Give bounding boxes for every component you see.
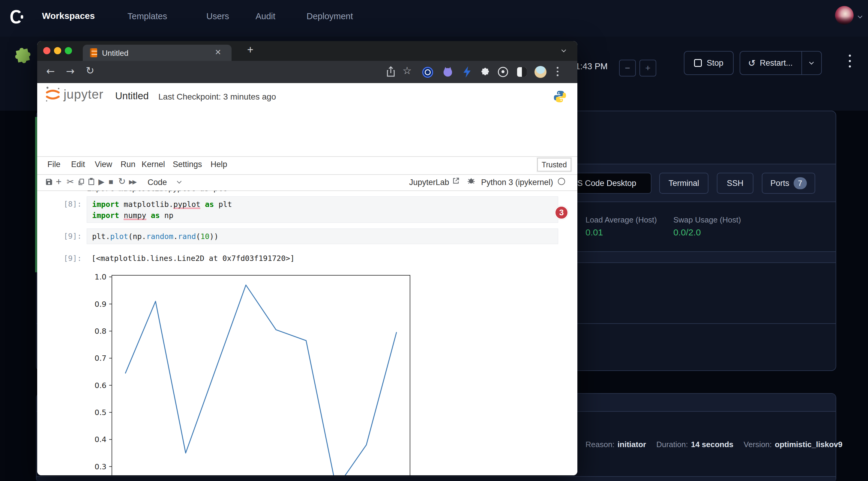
macos-minimize-button[interactable]: [54, 47, 61, 54]
cell9-output-text: [<matplotlib.lines.Line2D at 0x7fd03f191…: [91, 254, 294, 263]
screen: Workspaces Templates Users Audit Deploym…: [0, 0, 868, 481]
notification-count-badge[interactable]: 3: [555, 206, 568, 220]
ext-stylus-icon[interactable]: [498, 67, 508, 77]
svg-text:0.8: 0.8: [94, 327, 106, 335]
cell9-input[interactable]: plt.plot(np.random.rand(10)): [87, 228, 558, 244]
load-average-value: 0.01: [586, 227, 603, 237]
reason-label: Reason:: [586, 440, 615, 449]
back-icon[interactable]: ←: [46, 65, 55, 77]
restart-split-button[interactable]: ↺ Restart...: [740, 51, 822, 75]
kernel-name[interactable]: Python 3 (ipykernel): [481, 178, 553, 187]
app-button-ssh[interactable]: SSH: [717, 173, 753, 194]
nav-item-deployment[interactable]: Deployment: [307, 11, 353, 21]
svg-text:0.7: 0.7: [94, 354, 106, 362]
cell8-prompt: [8]:: [64, 200, 82, 209]
duration-label: Duration:: [656, 440, 688, 449]
avatar-chevron-down-icon[interactable]: [858, 14, 863, 19]
debugger-bug-icon[interactable]: [467, 177, 475, 186]
svg-text:0.4: 0.4: [94, 435, 106, 444]
ext-darkreader-icon[interactable]: [517, 67, 527, 77]
browser-profile-avatar[interactable]: [534, 66, 547, 78]
swap-usage-label: Swap Usage (Host): [673, 215, 741, 225]
macos-close-button[interactable]: [43, 47, 51, 54]
run-cell-icon[interactable]: ▶: [98, 177, 104, 187]
cell8-input[interactable]: import matplotlib.pyplot as plt import n…: [87, 196, 558, 223]
python-logo-icon: [553, 90, 567, 105]
interrupt-kernel-icon[interactable]: ■: [108, 177, 113, 187]
jupyterlab-link[interactable]: JupyterLab: [409, 178, 449, 187]
swap-usage-value: 0.0/2.0: [673, 227, 701, 237]
load-average-label: Load Average (Host): [586, 215, 657, 225]
restart-dropdown[interactable]: [802, 62, 821, 64]
cut-icon[interactable]: ✂: [67, 177, 74, 187]
reload-icon[interactable]: ↻: [86, 64, 94, 76]
browser-kebab-menu[interactable]: [557, 67, 558, 76]
reason-value: initiator: [618, 440, 646, 449]
menu-run[interactable]: Run: [121, 160, 135, 169]
browser-tab[interactable]: Untitled ✕: [83, 45, 231, 61]
user-avatar[interactable]: [835, 6, 854, 25]
new-tab-button[interactable]: +: [247, 43, 253, 56]
restart-run-all-icon[interactable]: ▶▶: [129, 179, 136, 185]
menu-settings[interactable]: Settings: [173, 160, 202, 169]
menu-help[interactable]: Help: [211, 160, 227, 169]
browser-toolbar: ← → ↻ 5555--main--test--matifali.atif.cd…: [37, 61, 577, 83]
tab-search-chevron-icon[interactable]: [561, 48, 566, 53]
restart-icon: ↺: [748, 58, 755, 68]
top-nav: Workspaces Templates Users Audit Deploym…: [0, 0, 868, 37]
nav-item-templates[interactable]: Templates: [127, 11, 167, 21]
zoom-in-button[interactable]: +: [640, 60, 656, 76]
duration-value: 14 seconds: [691, 440, 734, 449]
paste-icon[interactable]: [88, 178, 95, 187]
header-divider: [37, 156, 577, 157]
build-info-line: Reason: initiator Duration: 14 seconds V…: [586, 440, 842, 449]
nav-item-workspaces[interactable]: Workspaces: [42, 11, 95, 21]
cell-type-select[interactable]: Code: [148, 178, 167, 187]
clock-time: 1:43 PM: [575, 62, 608, 71]
cell-type-chevron-icon[interactable]: [177, 179, 182, 184]
restart-kernel-icon[interactable]: ↻: [118, 176, 126, 187]
svg-text:1.0: 1.0: [94, 273, 106, 281]
workspace-kebab-menu[interactable]: [849, 55, 851, 67]
menu-edit[interactable]: Edit: [71, 160, 85, 169]
menu-kernel[interactable]: Kernel: [142, 160, 165, 169]
notebook-title[interactable]: Untitled: [115, 90, 149, 102]
macos-zoom-button[interactable]: [65, 47, 72, 54]
share-icon[interactable]: [386, 66, 395, 79]
nav-item-users[interactable]: Users: [206, 11, 229, 21]
svg-text:0.9: 0.9: [94, 300, 106, 309]
tab-close-icon[interactable]: ✕: [215, 48, 221, 57]
stop-label: Stop: [707, 59, 723, 68]
clipped-code-line: import matplotlib.pyplot as plt: [87, 191, 357, 194]
add-cell-icon[interactable]: +: [56, 176, 61, 187]
nav-item-audit[interactable]: Audit: [255, 11, 275, 21]
ext-1password-icon[interactable]: [422, 67, 433, 78]
app-button-ports[interactable]: Ports 7: [762, 173, 815, 194]
ports-label: Ports: [770, 179, 789, 188]
bookmark-star-icon[interactable]: ☆: [403, 64, 411, 76]
save-icon[interactable]: [45, 178, 53, 187]
restart-main[interactable]: ↺ Restart...: [740, 58, 801, 68]
external-link-icon[interactable]: [452, 177, 460, 186]
stop-button[interactable]: Stop: [684, 51, 734, 75]
extensions-puzzle-icon[interactable]: [479, 66, 490, 78]
bottom-panel-footer: [37, 477, 836, 481]
svg-text:0.3: 0.3: [94, 462, 106, 471]
menu-view[interactable]: View: [95, 160, 112, 169]
jupyter-favicon: [90, 48, 97, 57]
ext-lightning-icon[interactable]: [463, 66, 471, 79]
copy-icon[interactable]: [78, 178, 85, 187]
svg-text:0.5: 0.5: [94, 408, 106, 417]
checkpoint-status: Last Checkpoint: 3 minutes ago: [158, 92, 276, 102]
forward-icon[interactable]: →: [66, 65, 75, 77]
version-value: optimistic_liskov9: [775, 440, 842, 449]
coder-logo-icon[interactable]: [7, 8, 24, 25]
menu-file[interactable]: File: [48, 160, 61, 169]
browser-window: Untitled ✕ + ← → ↻ 5555--main--test--mat…: [37, 41, 577, 475]
stop-square-icon: [694, 59, 702, 67]
ext-github-cat-icon[interactable]: [442, 66, 454, 79]
menu-divider: [37, 174, 577, 175]
zoom-out-button[interactable]: −: [619, 60, 636, 76]
trusted-button[interactable]: Trusted: [537, 158, 571, 171]
app-button-terminal[interactable]: Terminal: [659, 173, 708, 194]
